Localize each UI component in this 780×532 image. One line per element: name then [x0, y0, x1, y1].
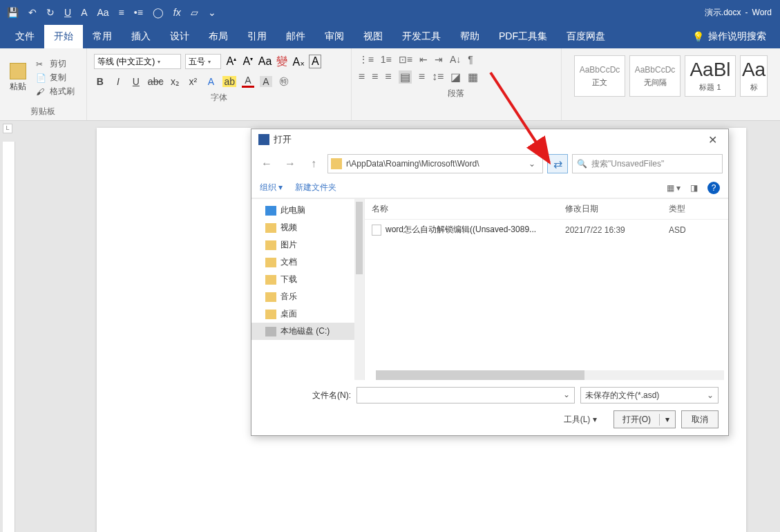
style-heading1[interactable]: AaBl标题 1 — [685, 55, 736, 97]
numbering-icon[interactable]: 1≡ — [381, 54, 392, 65]
sort-icon[interactable]: A↓ — [450, 54, 461, 65]
clear-format-icon[interactable]: Aₓ — [292, 55, 305, 68]
tab-common[interactable]: 常用 — [83, 25, 122, 48]
tab-mailings[interactable]: 邮件 — [276, 25, 315, 48]
distribute-icon[interactable]: ≡ — [419, 70, 425, 84]
shading-icon[interactable]: ◪ — [450, 70, 461, 84]
copy-button[interactable]: 📄复制 — [36, 72, 75, 84]
circle-icon[interactable]: ◯ — [153, 7, 164, 18]
bullets-icon[interactable]: ⋮≡ — [359, 54, 374, 65]
file-list-header[interactable]: 名称 修改日期 类型 — [365, 199, 728, 220]
align-right-icon[interactable]: ≡ — [385, 70, 391, 84]
forward-button[interactable]: → — [280, 155, 300, 173]
refresh-button[interactable]: ⇄ — [547, 154, 568, 173]
open-dropdown-icon[interactable]: ▾ — [660, 415, 675, 424]
preview-pane-icon[interactable]: ◨ — [690, 183, 698, 193]
style-heading2[interactable]: Aa标 — [740, 55, 768, 97]
phonetic-icon[interactable]: 變 — [276, 55, 288, 69]
undo-icon[interactable]: ↶ — [28, 7, 37, 18]
shrink-font-icon[interactable]: A▾ — [242, 55, 254, 68]
font-size-select[interactable]: 五号▾ — [185, 54, 221, 69]
col-name[interactable]: 名称 — [372, 203, 565, 215]
file-list-hscroll[interactable] — [376, 370, 724, 380]
tree-music[interactable]: 音乐 — [251, 288, 364, 305]
font-name-select[interactable]: 等线 (中文正文)▾ — [94, 54, 181, 69]
tab-insert[interactable]: 插入 — [122, 25, 160, 48]
tab-home[interactable]: 开始 — [44, 25, 83, 48]
align-left-icon[interactable]: ≡ — [359, 70, 365, 84]
close-button[interactable]: ✕ — [704, 133, 721, 146]
shape-icon[interactable]: ▱ — [191, 7, 198, 18]
address-bar[interactable]: r\AppData\Roaming\Microsoft\Word\ ⌄ — [327, 154, 543, 173]
list-icon[interactable]: ≡ — [119, 7, 124, 18]
underline-button[interactable]: U — [130, 76, 142, 87]
tab-file[interactable]: 文件 — [6, 25, 44, 48]
cancel-button[interactable]: 取消 — [681, 410, 719, 428]
bullet-icon[interactable]: •≡ — [134, 7, 143, 18]
subscript-button[interactable]: x₂ — [169, 76, 181, 87]
italic-button[interactable]: I — [112, 76, 124, 87]
up-button[interactable]: ↑ — [304, 155, 323, 173]
tree-documents[interactable]: 文档 — [251, 254, 364, 271]
grow-font-icon[interactable]: A▴ — [225, 55, 238, 68]
tab-help[interactable]: 帮助 — [450, 25, 489, 48]
save-icon[interactable]: 💾 — [7, 7, 19, 18]
filetype-select[interactable]: 未保存的文件(*.asd)⌄ — [580, 387, 719, 403]
justify-icon[interactable]: ▤ — [399, 70, 412, 84]
style-nospacing[interactable]: AaBbCcDc无间隔 — [629, 55, 681, 97]
tab-layout[interactable]: 布局 — [199, 25, 238, 48]
align-center-icon[interactable]: ≡ — [372, 70, 378, 84]
text-effects-icon[interactable]: A — [204, 76, 217, 87]
tree-this-pc[interactable]: 此电脑 — [251, 202, 364, 219]
tab-baidu[interactable]: 百度网盘 — [557, 25, 615, 48]
tree-local-disk-c[interactable]: 本地磁盘 (C:) — [251, 323, 364, 340]
case-icon[interactable]: Aa — [97, 7, 108, 18]
format-painter-button[interactable]: 🖌格式刷 — [36, 86, 75, 97]
tab-developer[interactable]: 开发工具 — [392, 25, 450, 48]
back-button[interactable]: ← — [257, 155, 276, 173]
inc-indent-icon[interactable]: ⇥ — [435, 54, 443, 65]
strike-button[interactable]: abc — [148, 76, 164, 87]
address-dropdown-icon[interactable]: ⌄ — [524, 159, 540, 169]
organize-button[interactable]: 组织 ▾ — [260, 182, 283, 193]
line-spacing-icon[interactable]: ↕≡ — [432, 70, 444, 84]
superscript-button[interactable]: x² — [187, 76, 199, 87]
redo-icon[interactable]: ↻ — [46, 7, 55, 18]
tree-pictures[interactable]: 图片 — [251, 236, 364, 254]
tree-downloads[interactable]: 下载 — [251, 271, 364, 288]
tree-desktop[interactable]: 桌面 — [251, 305, 364, 323]
change-case-icon[interactable]: Aa — [258, 55, 272, 68]
font-color-icon[interactable]: A — [242, 75, 254, 88]
bold-button[interactable]: B — [94, 76, 106, 87]
tab-references[interactable]: 引用 — [238, 25, 276, 48]
file-row[interactable]: word怎么自动解锁编辑((Unsaved-3089... 2021/7/22 … — [365, 220, 728, 240]
tab-review[interactable]: 审阅 — [315, 25, 354, 48]
tree-videos[interactable]: 视频 — [251, 219, 364, 236]
open-button[interactable]: 打开(O)▾ — [613, 410, 676, 428]
show-marks-icon[interactable]: ¶ — [468, 54, 473, 65]
char-shading-icon[interactable]: A — [260, 76, 272, 87]
highlight-icon[interactable]: ab — [222, 76, 236, 87]
cut-button[interactable]: ✂剪切 — [36, 58, 75, 70]
style-normal[interactable]: AaBbCcDc正文 — [574, 55, 625, 97]
borders-icon[interactable]: ▦ — [468, 70, 478, 84]
filename-input[interactable]: ⌄ — [356, 387, 575, 403]
view-mode-icon[interactable]: ▦ ▾ — [667, 183, 681, 193]
tell-me[interactable]: 💡 操作说明搜索 — [692, 30, 780, 43]
font-color-icon[interactable]: A — [81, 7, 87, 18]
qat-more-icon[interactable]: ⌄ — [208, 7, 216, 18]
search-input[interactable]: 🔍 搜索"UnsavedFiles" — [572, 154, 723, 173]
col-type[interactable]: 类型 — [669, 203, 721, 215]
new-folder-button[interactable]: 新建文件夹 — [295, 182, 336, 193]
col-date[interactable]: 修改日期 — [565, 203, 669, 215]
underline-icon[interactable]: U — [64, 7, 71, 18]
help-icon[interactable]: ? — [707, 182, 720, 194]
enclose-icon[interactable]: ㊕ — [278, 75, 290, 88]
paste-button[interactable]: 粘贴 — [6, 61, 30, 94]
dec-indent-icon[interactable]: ⇤ — [419, 54, 428, 65]
tab-view[interactable]: 视图 — [354, 25, 392, 48]
multilevel-icon[interactable]: ⊡≡ — [399, 54, 412, 65]
tree-scrollbar[interactable] — [354, 199, 364, 380]
tab-pdf[interactable]: PDF工具集 — [489, 25, 557, 48]
char-border-icon[interactable]: A — [309, 55, 321, 68]
